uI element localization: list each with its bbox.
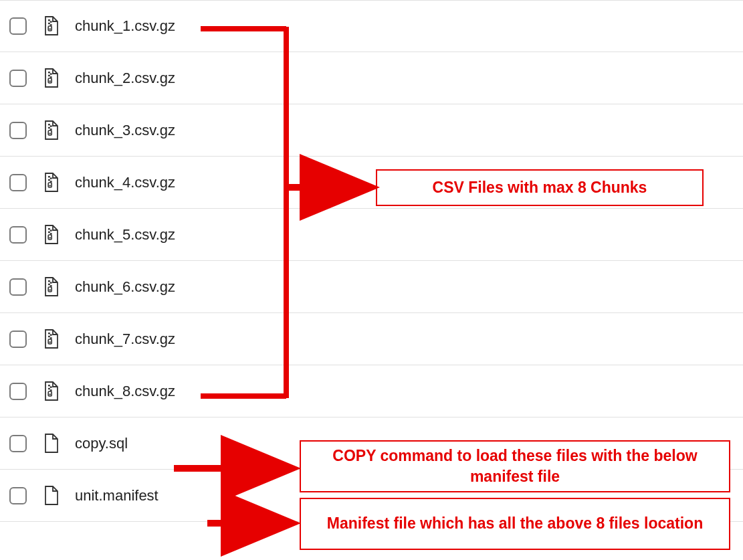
svg-rect-13	[50, 125, 52, 126]
file-row[interactable]: chunk_5.csv.gz	[0, 209, 743, 261]
checkbox[interactable]	[9, 122, 27, 139]
file-row[interactable]: chunk_7.csv.gz	[0, 313, 743, 365]
zip-file-icon	[27, 329, 75, 349]
svg-rect-19	[50, 177, 52, 179]
file-name-label[interactable]: chunk_2.csv.gz	[75, 70, 175, 87]
file-name-label[interactable]: copy.sql	[75, 435, 128, 452]
checkbox[interactable]	[9, 17, 27, 35]
file-name-label[interactable]: chunk_3.csv.gz	[75, 122, 175, 139]
annotation-copy-command: COPY command to load these files with th…	[300, 440, 730, 492]
svg-rect-18	[48, 176, 50, 177]
svg-rect-14	[48, 126, 50, 128]
svg-rect-8	[48, 74, 50, 76]
file-row[interactable]: chunk_8.csv.gz	[0, 365, 743, 417]
checkbox[interactable]	[9, 383, 27, 400]
checkbox[interactable]	[9, 487, 27, 504]
file-row[interactable]: chunk_6.csv.gz	[0, 261, 743, 313]
svg-point-17	[49, 132, 51, 134]
file-name-label[interactable]: chunk_6.csv.gz	[75, 278, 175, 296]
svg-rect-43	[50, 386, 52, 387]
svg-rect-12	[48, 124, 50, 125]
file-name-label[interactable]: chunk_8.csv.gz	[75, 383, 175, 400]
zip-file-icon	[27, 16, 75, 36]
annotation-manifest: Manifest file which has all the above 8 …	[300, 498, 730, 550]
svg-rect-30	[48, 280, 50, 282]
file-icon	[27, 434, 75, 454]
file-name-label[interactable]: chunk_7.csv.gz	[75, 331, 175, 348]
svg-rect-0	[48, 19, 50, 21]
checkbox[interactable]	[9, 278, 27, 296]
file-name-label[interactable]: chunk_1.csv.gz	[75, 17, 175, 35]
file-row[interactable]: chunk_3.csv.gz	[0, 104, 743, 157]
svg-rect-26	[48, 231, 50, 232]
svg-rect-1	[50, 21, 52, 22]
zip-file-icon	[27, 173, 75, 193]
svg-rect-37	[50, 334, 52, 335]
file-icon	[27, 486, 75, 506]
svg-point-29	[49, 237, 51, 238]
zip-file-icon	[27, 277, 75, 297]
checkbox[interactable]	[9, 435, 27, 452]
zip-file-icon	[27, 225, 75, 245]
svg-rect-25	[50, 229, 52, 231]
checkbox[interactable]	[9, 331, 27, 348]
svg-point-35	[49, 289, 51, 290]
file-name-label[interactable]: unit.manifest	[75, 487, 158, 504]
file-name-label[interactable]: chunk_4.csv.gz	[75, 174, 175, 191]
annotation-csv-chunks: CSV Files with max 8 Chunks	[376, 169, 704, 206]
checkbox[interactable]	[9, 226, 27, 244]
checkbox[interactable]	[9, 70, 27, 87]
svg-rect-32	[48, 283, 50, 284]
svg-point-11	[49, 80, 51, 82]
svg-rect-42	[48, 385, 50, 386]
svg-rect-36	[48, 333, 50, 334]
svg-rect-7	[50, 73, 52, 74]
checkbox[interactable]	[9, 174, 27, 191]
file-row[interactable]: chunk_2.csv.gz	[0, 52, 743, 104]
svg-point-5	[49, 28, 51, 29]
svg-rect-44	[48, 387, 50, 389]
svg-rect-24	[48, 228, 50, 229]
zip-file-icon	[27, 120, 75, 141]
file-name-label[interactable]: chunk_5.csv.gz	[75, 226, 175, 244]
svg-point-41	[49, 341, 51, 343]
zip-file-icon	[27, 68, 75, 88]
svg-rect-20	[48, 179, 50, 180]
svg-rect-2	[48, 23, 50, 24]
svg-rect-38	[48, 335, 50, 337]
svg-rect-31	[50, 282, 52, 283]
svg-rect-6	[48, 72, 50, 73]
svg-point-47	[49, 393, 51, 395]
file-row[interactable]: chunk_1.csv.gz	[0, 0, 743, 52]
zip-file-icon	[27, 381, 75, 401]
svg-point-23	[49, 185, 51, 186]
